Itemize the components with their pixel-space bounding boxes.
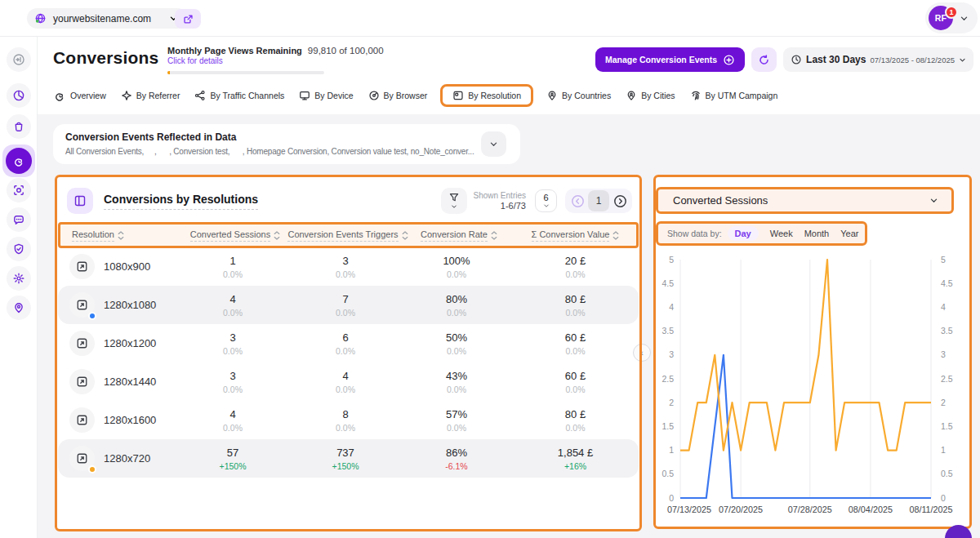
sidebar-item-8[interactable] bbox=[7, 296, 31, 320]
shopping-bag-icon bbox=[12, 120, 25, 133]
sort-icon bbox=[491, 231, 497, 240]
website-selector[interactable]: yourwebsitename.com bbox=[27, 8, 188, 29]
page-size-selector[interactable]: 6 bbox=[535, 189, 557, 212]
svg-text:0.5: 0.5 bbox=[941, 469, 953, 478]
metric-dropdown[interactable]: Converted Sessions bbox=[656, 187, 954, 214]
cell: 60 £0.0% bbox=[512, 331, 639, 356]
cell: 40.0% bbox=[290, 370, 401, 394]
column-header-1[interactable]: Converted Sessions bbox=[178, 229, 292, 242]
cell: 43%0.0% bbox=[401, 370, 512, 394]
filter-button[interactable] bbox=[441, 188, 467, 214]
svg-text:0.5: 0.5 bbox=[662, 469, 674, 478]
svg-text:2.5: 2.5 bbox=[662, 374, 674, 384]
resolution-expand-icon bbox=[69, 331, 95, 356]
open-site-button[interactable] bbox=[175, 9, 201, 29]
sidebar-item-2[interactable] bbox=[7, 114, 31, 139]
svg-text:08/04/2025: 08/04/2025 bbox=[849, 505, 893, 514]
events-bar-summary: All Conversion Events, , , Conversion te… bbox=[65, 147, 474, 156]
disc-icon bbox=[368, 90, 380, 101]
chevron-down-icon bbox=[960, 14, 969, 23]
sidebar-item-0[interactable] bbox=[7, 47, 31, 72]
quota-details-link[interactable]: Click for details bbox=[167, 56, 384, 65]
svg-text:07/20/2025: 07/20/2025 bbox=[719, 505, 763, 514]
tab-by-countries[interactable]: By Countries bbox=[546, 90, 611, 101]
panel-resize-handle[interactable]: ‹ bbox=[633, 344, 651, 362]
period-month[interactable]: Month bbox=[804, 229, 830, 238]
manage-conversion-events-button[interactable]: Manage Conversion Events bbox=[595, 47, 745, 72]
cell: 50%0.0% bbox=[401, 331, 512, 356]
table-row-1280x720[interactable]: 1280x72057+150%737+150%86%-6.1%1,854 £+1… bbox=[58, 439, 639, 478]
tab-by-traffic-channels[interactable]: By Traffic Channels bbox=[194, 90, 284, 101]
conversions-spiral-icon bbox=[6, 148, 32, 174]
column-header-4[interactable]: Σ Conversion Value bbox=[514, 229, 636, 242]
svg-text:3: 3 bbox=[941, 349, 946, 359]
refresh-button[interactable] bbox=[751, 47, 777, 72]
table-row-1280x1200[interactable]: 1280x120030.0%60.0%50%0.0%60 £0.0% bbox=[58, 324, 639, 362]
sidebar-item-4[interactable] bbox=[7, 178, 31, 202]
sidebar-item-3[interactable] bbox=[2, 145, 35, 177]
table-header-row: ResolutionConverted SessionsConversion E… bbox=[58, 222, 639, 248]
svg-text:1: 1 bbox=[941, 445, 946, 455]
tab-by-utm-campaign[interactable]: By UTM Campaign bbox=[690, 90, 778, 101]
table-row-1280x1080[interactable]: 1280x108040.0%70.0%80%0.0%80 £0.0% bbox=[58, 286, 639, 324]
table-row-1280x1440[interactable]: 1280x144030.0%40.0%43%0.0%60 £0.0% bbox=[58, 362, 639, 401]
table-row-1080x900[interactable]: 1080x90010.0%30.0%100%0.0%20 £0.0% bbox=[58, 247, 639, 286]
cell: 57+150% bbox=[176, 447, 290, 471]
cell: 20 £0.0% bbox=[512, 255, 639, 279]
next-page-button[interactable] bbox=[609, 190, 630, 211]
svg-text:4.5: 4.5 bbox=[662, 278, 674, 288]
prev-page-button[interactable] bbox=[567, 190, 588, 211]
page-views-quota: Monthly Page Views Remaining 99,810 of 1… bbox=[167, 46, 384, 74]
column-header-3[interactable]: Conversion Rate bbox=[403, 229, 514, 242]
svg-text:3.5: 3.5 bbox=[941, 326, 953, 336]
tab-by-browser[interactable]: By Browser bbox=[368, 90, 428, 101]
table-row-1280x1600[interactable]: 1280x160040.0%80.0%57%0.0%80 £0.0% bbox=[58, 401, 639, 439]
cell: 86%-6.1% bbox=[401, 447, 512, 471]
svg-text:3: 3 bbox=[669, 349, 674, 359]
svg-text:08/11/2025: 08/11/2025 bbox=[909, 505, 952, 514]
tab-overview[interactable]: Overview bbox=[53, 89, 106, 102]
period-day[interactable]: Day bbox=[728, 226, 759, 241]
report-tabs: OverviewBy ReferrerBy Traffic ChannelsBy… bbox=[53, 82, 777, 109]
chevron-down-icon bbox=[489, 140, 498, 149]
period-year[interactable]: Year bbox=[840, 229, 858, 238]
cell: 57%0.0% bbox=[401, 408, 512, 433]
events-bar-expand-button[interactable] bbox=[481, 131, 506, 157]
quota-progress-bar bbox=[167, 71, 324, 74]
filter-icon bbox=[448, 192, 460, 203]
chart-panel: Converted Sessions Show data by: DayWeek… bbox=[653, 175, 972, 529]
sidebar-item-7[interactable] bbox=[7, 266, 31, 291]
page-header: Conversions Monthly Page Views Remaining… bbox=[38, 37, 980, 114]
globe-icon bbox=[34, 12, 47, 24]
cell: 80.0% bbox=[290, 408, 401, 433]
sidebar-item-1[interactable] bbox=[7, 83, 31, 108]
sidebar-item-6[interactable] bbox=[7, 237, 31, 261]
tab-by-cities[interactable]: By Cities bbox=[626, 90, 675, 101]
shield-check-icon bbox=[12, 242, 25, 256]
cell: 80 £0.0% bbox=[512, 408, 639, 433]
cell: 100%0.0% bbox=[401, 255, 512, 279]
window-icon bbox=[452, 90, 464, 101]
svg-text:2: 2 bbox=[669, 398, 674, 407]
column-header-0[interactable]: Resolution bbox=[72, 229, 178, 242]
sidebar-item-5[interactable] bbox=[7, 207, 31, 232]
sort-icon bbox=[612, 231, 619, 240]
column-header-2[interactable]: Conversion Events Triggers bbox=[292, 229, 403, 242]
account-menu[interactable]: RF 1 bbox=[925, 2, 978, 33]
tab-by-referrer[interactable]: By Referrer bbox=[121, 90, 180, 101]
person-pin-icon bbox=[626, 90, 637, 101]
chevron-down-icon bbox=[959, 56, 966, 64]
cell: 30.0% bbox=[176, 331, 290, 356]
sort-icon bbox=[274, 231, 280, 240]
svg-text:1.5: 1.5 bbox=[662, 421, 674, 431]
clock-icon bbox=[791, 54, 802, 65]
gear-icon bbox=[12, 272, 25, 285]
period-week[interactable]: Week bbox=[770, 229, 793, 238]
cell: 70.0% bbox=[290, 293, 401, 318]
tab-by-device[interactable]: By Device bbox=[299, 90, 353, 101]
date-range-selector[interactable]: Last 30 Days 07/13/2025 - 08/12/2025 bbox=[783, 47, 973, 72]
tab-by-resolution[interactable]: By Resolution bbox=[440, 84, 533, 107]
quota-value: 99,810 of 100,000 bbox=[308, 46, 384, 56]
resolution-expand-icon bbox=[69, 254, 95, 279]
app-root: yourwebsitename.com RF 1 Conversions Mon… bbox=[0, 0, 980, 538]
